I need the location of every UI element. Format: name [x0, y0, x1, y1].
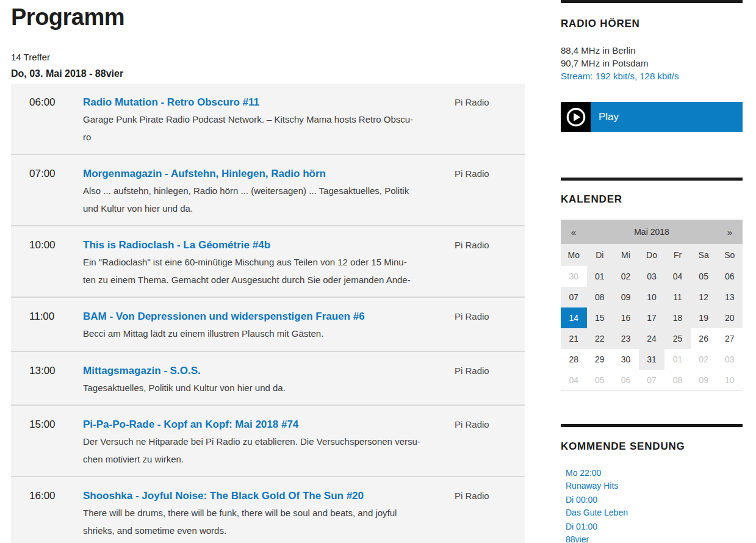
calendar-day-cell[interactable]: 08 — [587, 287, 613, 307]
program-title-link[interactable]: Mittagsmagazin - S.O.S. — [83, 362, 201, 379]
calendar-day-cell[interactable]: 09 — [691, 370, 717, 390]
program-row: 15:00 Pi-Pa-Po-Rade - Kopf an Kopf: Mai … — [11, 405, 525, 476]
program-description: Tagesaktuelles, Politik und Kultur von h… — [83, 379, 442, 397]
calendar-day-cell[interactable]: 20 — [716, 307, 743, 328]
calendar-day-cell[interactable]: 07 — [639, 370, 665, 390]
program-station-label: Pi Radio — [455, 165, 525, 217]
calendar-day-cell[interactable]: 27 — [716, 328, 743, 349]
calendar-grid: 3001020304050607080910111213141516171819… — [561, 266, 743, 391]
calendar-day-cell[interactable]: 02 — [613, 266, 639, 287]
calendar-day-cell[interactable]: 30 — [613, 349, 639, 370]
date-heading: Do, 03. Mai 2018 - 88vier — [11, 68, 525, 79]
calendar-prev-month-button[interactable]: « — [561, 227, 586, 237]
circle-play-icon — [561, 102, 591, 132]
calendar-day-cell[interactable]: 16 — [613, 307, 639, 328]
program-row-content: Morgenmagazin - Aufstehn, Hinlegen, Radi… — [83, 165, 455, 217]
program-title-link[interactable]: Morgenmagazin - Aufstehn, Hinlegen, Radi… — [83, 165, 326, 182]
calendar-day-cell[interactable]: 06 — [716, 266, 743, 287]
program-row-content: Mittagsmagazin - S.O.S. Tagesaktuelles, … — [83, 362, 455, 397]
frequency-line: 90,7 MHz in Potsdam — [561, 57, 743, 70]
program-description: There will be drums, there will be funk,… — [83, 505, 442, 539]
program-title-link[interactable]: BAM - Von Depressionen und widerspenstig… — [83, 308, 365, 325]
calendar-day-cell[interactable]: 24 — [639, 328, 665, 349]
calendar-day-cell[interactable]: 02 — [691, 349, 717, 370]
program-title-link[interactable]: Radio Mutation - Retro Obscuro #11 — [83, 94, 259, 111]
program-time: 10:00 — [29, 237, 72, 289]
calendar-day-cell[interactable]: 12 — [691, 287, 717, 307]
calendar-weekday-label: Sa — [691, 250, 717, 260]
calendar-day-cell[interactable]: 31 — [639, 349, 665, 370]
calendar-month-label: Mai 2018 — [586, 227, 717, 237]
calendar-day-cell[interactable]: 17 — [639, 307, 665, 328]
results-count: 14 Treffer — [11, 52, 525, 62]
calendar-day-cell[interactable]: 01 — [664, 349, 691, 370]
calendar-header: « Mai 2018 » — [561, 220, 743, 244]
upcoming-show-time: Mo 22:00 — [566, 467, 743, 480]
program-time: 16:00 — [29, 487, 72, 539]
program-time: 13:00 — [29, 362, 72, 397]
calendar: « Mai 2018 » MoDiMiDoFrSaSo 300102030405… — [561, 220, 743, 391]
program-time: 11:00 — [29, 308, 72, 343]
calendar-day-cell[interactable]: 13 — [716, 287, 743, 307]
calendar-day-cell[interactable]: 04 — [561, 370, 587, 390]
program-row: 13:00 Mittagsmagazin - S.O.S. Tagesaktue… — [11, 351, 525, 405]
calendar-day-cell[interactable]: 09 — [613, 287, 639, 307]
calendar-day-cell[interactable]: 14 — [561, 307, 587, 328]
upcoming-show-name: Runaway Hits — [566, 480, 743, 492]
calendar-day-cell[interactable]: 01 — [587, 266, 613, 287]
program-description: Der Versuch ne Hitparade bei Pi Radio zu… — [83, 433, 442, 468]
stream-link-192[interactable]: Stream: 192 kbit/s — [561, 71, 635, 81]
calendar-day-cell[interactable]: 05 — [691, 266, 717, 287]
calendar-day-cell[interactable]: 22 — [587, 328, 613, 349]
radio-hoeren-heading: RADIO HÖREN — [561, 18, 743, 30]
program-row-content: BAM - Von Depressionen und widerspenstig… — [83, 308, 455, 343]
calendar-day-cell[interactable]: 04 — [664, 266, 691, 287]
stream-link-128[interactable]: 128 kbit/s — [639, 71, 679, 81]
program-main-column: Programm 14 Treffer Do, 03. Mai 2018 - 8… — [11, 0, 525, 543]
program-time: 15:00 — [29, 416, 72, 468]
calendar-day-cell[interactable]: 03 — [639, 266, 665, 287]
calendar-day-cell[interactable]: 07 — [561, 287, 587, 307]
upcoming-show-link[interactable]: Di 01:00 88vier — [566, 520, 743, 543]
calendar-day-cell[interactable]: 26 — [691, 328, 717, 349]
kalender-heading: KALENDER — [561, 193, 743, 206]
program-title-link[interactable]: Shooshka - Joyful Noise: The Black Gold … — [83, 487, 364, 505]
section-divider — [561, 178, 743, 181]
program-row: 07:00 Morgenmagazin - Aufstehn, Hinlegen… — [11, 154, 525, 225]
calendar-day-cell[interactable]: 06 — [613, 370, 639, 390]
frequency-line: 88,4 MHz in Berlin — [561, 44, 743, 57]
calendar-day-cell[interactable]: 25 — [664, 328, 691, 349]
calendar-day-cell[interactable]: 23 — [613, 328, 639, 349]
program-row-content: This is Radioclash - La Géométrie #4b Ei… — [83, 237, 455, 289]
program-title-link[interactable]: Pi-Pa-Po-Rade - Kopf an Kopf: Mai 2018 #… — [83, 416, 298, 433]
calendar-weekday-label: Di — [587, 250, 613, 260]
calendar-day-cell[interactable]: 28 — [561, 349, 587, 370]
calendar-day-cell[interactable]: 29 — [587, 349, 613, 370]
calendar-day-cell[interactable]: 18 — [664, 307, 691, 328]
upcoming-show-time: Di 01:00 — [566, 520, 743, 533]
program-title-link[interactable]: This is Radioclash - La Géométrie #4b — [83, 237, 270, 254]
calendar-day-cell[interactable]: 11 — [664, 287, 691, 307]
program-row-content: Shooshka - Joyful Noise: The Black Gold … — [83, 487, 455, 539]
calendar-day-cell[interactable]: 08 — [664, 370, 691, 390]
calendar-day-cell[interactable]: 10 — [639, 287, 665, 307]
upcoming-show-link[interactable]: Di 00:00 Das Gute Leben — [566, 494, 743, 519]
calendar-weekday-label: Mo — [561, 250, 587, 260]
calendar-weekday-label: Do — [639, 250, 665, 260]
play-button[interactable]: Play — [561, 102, 743, 132]
upcoming-show-link[interactable]: Mo 22:00 Runaway Hits — [566, 467, 743, 492]
calendar-next-month-button[interactable]: » — [717, 227, 743, 237]
calendar-day-cell[interactable]: 03 — [716, 349, 743, 370]
calendar-day-cell[interactable]: 19 — [691, 307, 717, 328]
calendar-day-cell[interactable]: 15 — [587, 307, 613, 328]
program-description: Becci am Mittag lädt zu einem illustren … — [83, 325, 442, 343]
calendar-day-cell[interactable]: 21 — [561, 328, 587, 349]
calendar-weekday-label: Mi — [613, 250, 639, 260]
program-station-label: Pi Radio — [455, 308, 525, 343]
calendar-day-cell[interactable]: 05 — [587, 370, 613, 390]
program-station-label: Pi Radio — [455, 362, 525, 397]
calendar-day-cell[interactable]: 30 — [561, 266, 587, 287]
program-station-label: Pi Radio — [455, 487, 525, 539]
calendar-day-cell[interactable]: 10 — [716, 370, 743, 390]
section-divider — [561, 424, 743, 427]
